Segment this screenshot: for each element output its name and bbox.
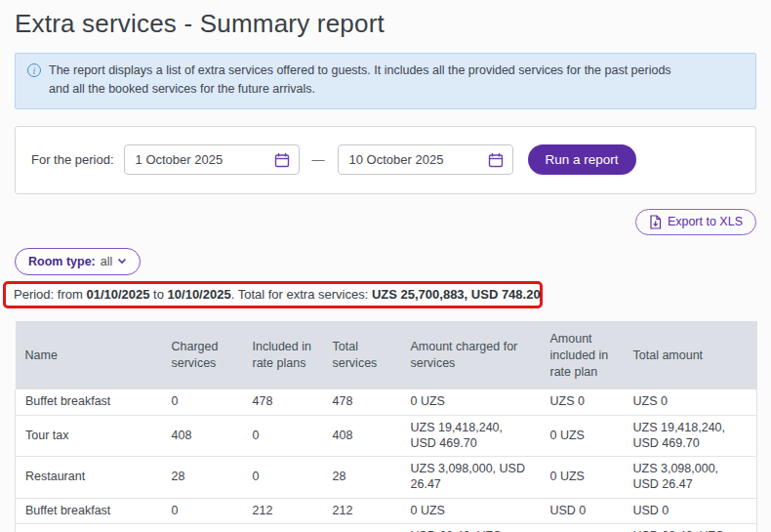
cell-total-amount: USD 0 [624, 498, 757, 524]
cell-amount-charged: UZS 19,418,240, USD 469.70 [401, 416, 541, 457]
calendar-icon[interactable] [488, 152, 504, 168]
cell-charged: 408 [162, 416, 243, 457]
cell-name: Buffet breakfast [16, 498, 162, 524]
chevron-down-icon [117, 258, 127, 265]
table-row: Laundry 5 0 5 USD 62.49, UZS 1,082,000 0… [16, 524, 757, 532]
summary-prefix: Period: from [14, 287, 86, 302]
cell-name: Tour tax [16, 416, 162, 457]
date-to-input[interactable]: 10 October 2025 [338, 144, 513, 175]
table-row: Buffet breakfast 0 478 478 0 UZS UZS 0 U… [16, 389, 757, 415]
cell-total-amount: UZS 0 [624, 389, 757, 415]
cell-amount-included: UZS 0 [541, 389, 624, 415]
cell-included: 212 [243, 498, 323, 524]
export-xls-label: Export to XLS [668, 215, 743, 228]
table-row: Buffet breakfast 0 212 212 0 UZS USD 0 U… [16, 498, 757, 524]
cell-total: 28 [323, 457, 401, 498]
cell-charged: 28 [162, 457, 243, 498]
cell-amount-included: 0 UZS [541, 416, 624, 457]
period-form: For the period: 1 October 2025 — 10 Octo… [15, 126, 756, 194]
cell-total-amount: UZS 3,098,000, USD 26.47 [624, 457, 757, 498]
calendar-icon[interactable] [274, 152, 290, 168]
cell-charged: 5 [162, 524, 243, 532]
export-xls-button[interactable]: Export to XLS [635, 209, 756, 235]
room-type-filter[interactable]: Room type: all [15, 248, 141, 275]
column-header-name: Name [16, 321, 162, 390]
summary-totals-label: . Total for extra services: [231, 287, 372, 302]
summary-date-to: 10/10/2025 [168, 287, 231, 302]
cell-total-amount: UZS 19,418,240, USD 469.70 [624, 416, 757, 457]
column-header-total-services: Total services [323, 321, 401, 390]
cell-amount-charged: USD 62.49, UZS 1,082,000 [401, 524, 541, 532]
extra-services-table: Name Charged services Included in rate p… [15, 321, 757, 532]
page-title: Extra services - Summary report [15, 0, 756, 39]
cell-name: Buffet breakfast [16, 389, 162, 415]
cell-amount-charged: 0 UZS [401, 389, 541, 415]
info-banner: i The report displays a list of extra se… [15, 53, 756, 109]
run-report-button[interactable]: Run a report [528, 144, 636, 175]
column-header-charged-services: Charged services [162, 321, 243, 390]
cell-total-amount: USD 62.49, UZS 1,082,000 [624, 524, 757, 532]
cell-name: Restaurant [16, 457, 162, 498]
column-header-included-rate-plans: Included in rate plans [243, 321, 323, 390]
column-header-amount-charged: Amount charged for services [401, 321, 541, 390]
date-to-value: 10 October 2025 [349, 152, 482, 167]
table-row: Restaurant 28 0 28 UZS 3,098,000, USD 26… [16, 457, 757, 498]
room-type-label: Room type: [28, 255, 96, 268]
date-from-value: 1 October 2025 [136, 152, 268, 167]
table-row: Tour tax 408 0 408 UZS 19,418,240, USD 4… [16, 416, 757, 457]
info-banner-text: The report displays a list of extra serv… [49, 61, 744, 100]
cell-amount-included: 0 UZS [541, 457, 624, 498]
cell-total: 5 [323, 524, 401, 532]
date-range-separator: — [309, 152, 328, 167]
cell-included: 0 [243, 416, 323, 457]
cell-name: Laundry [16, 524, 162, 532]
column-header-amount-included: Amount included in rate plan [541, 321, 624, 390]
cell-amount-included: 0 UZS [541, 524, 624, 532]
info-icon: i [27, 63, 41, 77]
export-file-icon [649, 215, 662, 229]
cell-charged: 0 [162, 389, 243, 415]
cell-total: 408 [323, 416, 401, 457]
cell-charged: 0 [162, 498, 243, 524]
cell-amount-charged: 0 UZS [401, 498, 541, 524]
cell-amount-included: USD 0 [541, 498, 624, 524]
summary-middle: to [150, 287, 168, 302]
cell-included: 0 [243, 524, 323, 532]
period-label: For the period: [31, 152, 114, 167]
cell-included: 478 [243, 389, 323, 415]
summary-totals-value: UZS 25,700,883, USD 748.20 [372, 287, 541, 302]
room-type-value: all [101, 255, 113, 268]
column-header-total-amount: Total amount [624, 321, 757, 390]
cell-total: 478 [323, 389, 401, 415]
period-summary-highlight: Period: from 01/10/2025 to 10/10/2025. T… [3, 281, 543, 308]
cell-included: 0 [243, 457, 323, 498]
summary-date-from: 01/10/2025 [86, 287, 149, 302]
cell-total: 212 [323, 498, 401, 524]
cell-amount-charged: UZS 3,098,000, USD 26.47 [401, 457, 541, 498]
table-header-row: Name Charged services Included in rate p… [16, 321, 757, 390]
date-from-input[interactable]: 1 October 2025 [124, 144, 300, 175]
